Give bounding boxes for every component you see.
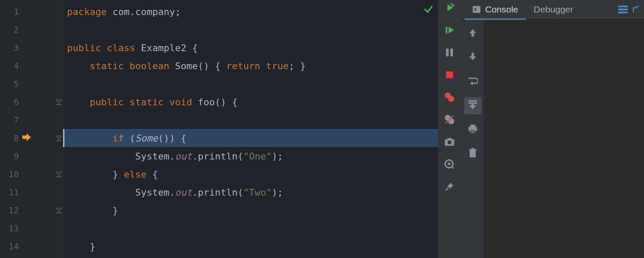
code-editor[interactable]: 1 2 3 4 5 6 7 8 9 10 11 12 13 <box>0 0 438 258</box>
inspection-ok-icon[interactable] <box>423 4 434 17</box>
code-line[interactable]: public static void foo() { <box>64 93 438 111</box>
code-line[interactable]: } else { <box>64 165 438 183</box>
print-button[interactable] <box>464 121 481 138</box>
code-token: com.company; <box>112 6 181 17</box>
code-token: () { <box>215 97 237 108</box>
down-icon <box>468 52 477 64</box>
code-line[interactable]: System.out.println("Two"); <box>64 183 438 201</box>
scroll-to-end-button[interactable] <box>464 97 481 114</box>
code-token: Some <box>175 61 198 71</box>
code-token <box>67 97 90 108</box>
code-line[interactable]: public class Example2 { <box>64 39 438 57</box>
fold-toggle-icon[interactable] <box>56 169 62 180</box>
svg-point-17 <box>448 163 450 165</box>
line-number: 6 <box>0 97 19 107</box>
gutter-line[interactable]: 10 <box>0 165 64 183</box>
line-number: 3 <box>0 43 19 53</box>
code-line[interactable]: static boolean Some() { return true; } <box>64 57 438 75</box>
gutter-line[interactable]: 9 <box>0 147 64 165</box>
code-line[interactable] <box>64 75 438 93</box>
code-token: System. <box>67 187 175 198</box>
trash-button[interactable] <box>464 145 481 163</box>
gutter-line[interactable]: 11 <box>0 183 64 201</box>
svg-rect-33 <box>469 149 477 150</box>
rerun-button[interactable] <box>444 3 456 15</box>
code-token: Example2 { <box>141 43 197 53</box>
code-token: ); <box>272 151 283 162</box>
svg-rect-29 <box>470 125 475 127</box>
svg-line-22 <box>446 188 448 190</box>
gutter-line[interactable]: 6 <box>0 93 64 111</box>
code-token: } <box>67 241 95 252</box>
breakpoints-button[interactable] <box>444 92 456 104</box>
code-token: return true <box>226 61 289 71</box>
pause-icon <box>445 48 454 59</box>
code-line[interactable]: if (Some()) { <box>63 129 438 147</box>
gutter-line[interactable]: 8 <box>0 129 64 147</box>
up-icon <box>468 28 477 40</box>
tab-console[interactable]: Console <box>465 0 526 20</box>
editor-code-area[interactable]: package com.company;public class Example… <box>64 0 438 258</box>
debug-tool-window: Console Debugger <box>461 0 644 258</box>
tab-debugger-label: Debugger <box>534 4 573 15</box>
code-token: ); <box>272 187 283 198</box>
code-token: public class <box>67 43 141 53</box>
code-token: ; } <box>289 61 306 71</box>
code-token: out <box>175 187 192 198</box>
wrap-button[interactable] <box>464 73 481 90</box>
code-line[interactable] <box>64 21 438 39</box>
gutter-line[interactable]: 4 <box>0 57 64 75</box>
pin-button[interactable] <box>444 181 456 194</box>
line-number: 11 <box>0 187 19 197</box>
gutter-line[interactable]: 13 <box>0 219 64 237</box>
code-line[interactable]: package com.company; <box>64 3 438 21</box>
code-token: .println( <box>192 187 243 198</box>
line-number: 14 <box>0 241 19 252</box>
code-token: public static void <box>90 97 198 108</box>
code-token: () { <box>198 61 226 71</box>
fold-toggle-icon[interactable] <box>56 133 62 144</box>
svg-rect-24 <box>618 6 628 7</box>
console-side-toolbar <box>461 20 484 258</box>
tab-debugger[interactable]: Debugger <box>526 0 581 19</box>
fold-toggle-icon[interactable] <box>56 205 62 216</box>
fold-toggle-icon[interactable] <box>56 97 62 108</box>
restore-layout-icon[interactable] <box>632 4 641 15</box>
gutter-line[interactable]: 2 <box>0 21 64 39</box>
code-line[interactable] <box>64 111 438 129</box>
gutter-line[interactable]: 3 <box>0 39 64 57</box>
settings-button[interactable] <box>444 159 456 171</box>
stop-button[interactable] <box>444 70 456 82</box>
console-output[interactable] <box>484 20 644 258</box>
svg-rect-0 <box>56 104 61 105</box>
console-icon <box>472 5 481 14</box>
code-line[interactable] <box>64 219 438 237</box>
svg-rect-28 <box>468 102 477 104</box>
resume-button[interactable] <box>444 25 456 37</box>
code-token: "One" <box>243 151 272 162</box>
camera-button[interactable] <box>444 137 456 149</box>
editor-gutter: 1 2 3 4 5 6 7 8 9 10 11 12 13 <box>0 0 64 258</box>
pin-icon <box>445 182 454 194</box>
code-line[interactable]: } <box>64 201 438 219</box>
svg-rect-4 <box>446 27 447 34</box>
mute-breakpoints-button[interactable] <box>444 114 456 126</box>
code-line[interactable]: System.out.println("One"); <box>64 147 438 165</box>
gutter-line[interactable]: 14 <box>0 237 64 255</box>
gutter-line[interactable]: 12 <box>0 201 64 219</box>
gutter-line[interactable]: 1 <box>0 3 64 21</box>
gutter-line[interactable]: 7 <box>0 111 64 129</box>
svg-rect-7 <box>446 71 453 78</box>
code-token: if <box>112 133 130 144</box>
down-button[interactable] <box>464 49 481 66</box>
pause-button[interactable] <box>444 47 456 59</box>
up-button[interactable] <box>464 25 481 42</box>
code-line[interactable]: } <box>64 237 438 255</box>
svg-rect-34 <box>471 148 474 149</box>
code-token: ( <box>130 133 135 144</box>
gutter-line[interactable]: 5 <box>0 75 64 93</box>
layout-settings-icon[interactable] <box>617 4 629 15</box>
line-number: 5 <box>0 79 19 89</box>
code-token: Some <box>135 133 158 144</box>
code-token <box>67 133 112 144</box>
